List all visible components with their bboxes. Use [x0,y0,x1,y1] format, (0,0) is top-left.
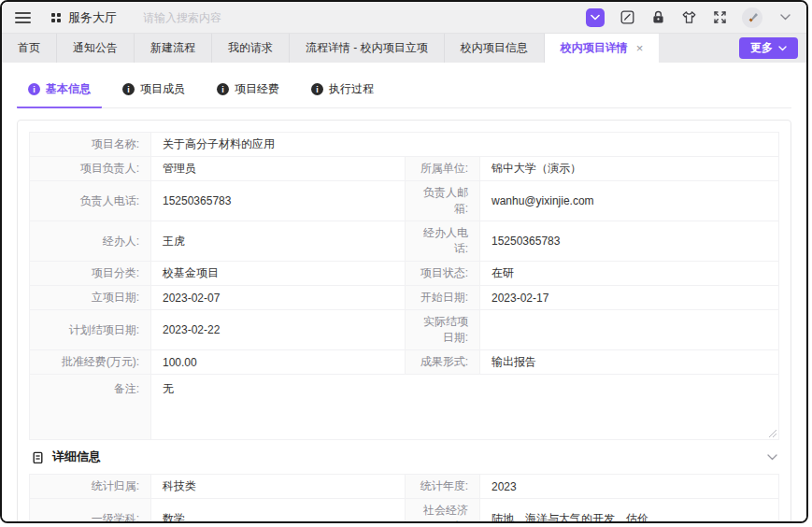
subtab-basic-info[interactable]: i 基本信息 [17,72,102,108]
field-value: 校基金项目 [151,262,406,286]
clipboard-icon [31,450,45,464]
basic-info-form: 项目名称: 关于高分子材料的应用 项目负责人: 管理员 所属单位: 锦中大学（演… [29,132,779,440]
tab-label: 校内项目详情 [561,40,628,56]
field-label: 项目负责人: [30,157,151,181]
field-label: 批准经费(万元): [30,350,151,375]
field-value: 100.00 [151,350,406,375]
search-input[interactable] [143,11,339,24]
info-icon: i [28,83,40,95]
field-label: 项目分类: [30,262,151,286]
detail-info-form: 统计归属: 科技类 统计年度: 2023 一级学科: 数学 社会经济目标: 陆地… [29,474,779,523]
more-button[interactable]: 更多 [739,37,798,59]
topbar: 服务大厅 [2,2,806,34]
tab-project-info[interactable]: 校内项目信息 [445,34,545,63]
info-icon: i [311,83,323,95]
field-label: 开始日期: [406,286,480,310]
field-value: 锦中大学（演示） [480,157,779,181]
field-label: 成果形式: [406,350,480,375]
collapse-chevron-button[interactable] [586,8,605,27]
field-label: 统计归属: [30,475,151,499]
fullscreen-icon[interactable] [711,9,728,26]
field-label: 计划结项日期: [30,310,151,350]
tshirt-theme-icon[interactable] [680,9,697,26]
app-window: 服务大厅 [0,0,808,523]
field-value: 2023-02-17 [480,286,779,310]
field-value-empty [480,310,779,350]
field-label: 经办人: [30,221,151,262]
tab-new-process[interactable]: 新建流程 [135,34,212,63]
field-value: 科技类 [151,475,406,499]
subtab-label: 项目成员 [140,81,185,97]
subtab-label: 执行过程 [329,81,374,97]
tab-process-detail[interactable]: 流程详情 - 校内项目立项 [290,34,445,63]
content: i 基本信息 i 项目成员 i 项目经费 i 执行过程 项目名称: 关于高分子材… [2,63,806,523]
chevron-down-icon[interactable] [776,9,793,26]
hamburger-menu-icon[interactable] [15,12,31,23]
field-label: 社会经济目标: [406,499,480,523]
tab-project-detail-active[interactable]: 校内项目详情 × [545,34,660,63]
field-value: wanhu@yixinjie.com [480,181,779,221]
field-label-remarks: 备注: [30,375,151,440]
remarks-text: 无 [163,381,174,397]
topbar-actions [586,7,793,28]
detail-section-header[interactable]: 详细信息 [29,440,779,474]
field-label: 经办人电话: [406,221,480,262]
chevron-down-icon [778,46,787,51]
tab-notices[interactable]: 通知公告 [57,34,135,63]
screenshot-icon[interactable] [619,9,635,26]
field-label: 项目状态: [406,262,480,286]
more-button-label: 更多 [750,40,773,56]
apps-grid-icon[interactable] [51,13,61,22]
tab-home[interactable]: 首页 [2,34,57,63]
tab-bar: 首页 通知公告 新建流程 我的请求 流程详情 - 校内项目立项 校内项目信息 校… [2,34,806,63]
field-value: 15250365783 [151,181,406,221]
field-value: 在研 [480,262,779,286]
detail-section-title: 详细信息 [52,449,101,465]
field-value: 王虎 [151,221,406,262]
field-label: 立项日期: [30,286,151,310]
project-detail-card: 项目名称: 关于高分子材料的应用 项目负责人: 管理员 所属单位: 锦中大学（演… [17,120,791,523]
field-label: 实际结项日期: [406,310,480,350]
info-icon: i [122,83,135,95]
field-value-project-name: 关于高分子材料的应用 [151,133,779,157]
field-label: 项目名称: [30,133,151,157]
field-value: 陆地、海洋与大气的开发、估价 [480,499,779,523]
app-title: 服务大厅 [68,9,117,26]
subtab-budget[interactable]: i 项目经费 [206,72,291,108]
field-value: 2023 [480,475,779,499]
remarks-textarea[interactable]: 无 [151,375,779,440]
field-label: 一级学科: [30,499,151,523]
chevron-down-icon [591,14,600,21]
field-value: 2023-02-07 [151,286,406,310]
field-label: 负责人邮箱: [406,181,480,221]
field-value: 输出报告 [480,350,779,375]
field-value: 2023-02-22 [151,310,406,350]
field-value: 数学 [151,499,406,523]
field-label: 所属单位: [406,157,480,181]
field-label: 负责人电话: [30,181,151,221]
lock-icon[interactable] [649,9,666,26]
brush-icon[interactable] [742,7,762,28]
subtab-bar: i 基本信息 i 项目成员 i 项目经费 i 执行过程 [17,72,791,108]
collapse-chevron-icon[interactable] [767,454,777,461]
field-label: 统计年度: [406,475,480,499]
subtab-members[interactable]: i 项目成员 [111,72,196,108]
subtab-label: 项目经费 [235,81,279,97]
field-value: 管理员 [151,157,406,181]
tab-close-icon[interactable]: × [636,41,644,55]
subtab-execution[interactable]: i 执行过程 [300,72,385,108]
tab-my-requests[interactable]: 我的请求 [212,34,290,63]
info-icon: i [217,83,229,95]
subtab-label: 基本信息 [46,81,91,97]
field-value: 15250365783 [480,221,779,262]
resize-handle[interactable] [767,428,776,437]
